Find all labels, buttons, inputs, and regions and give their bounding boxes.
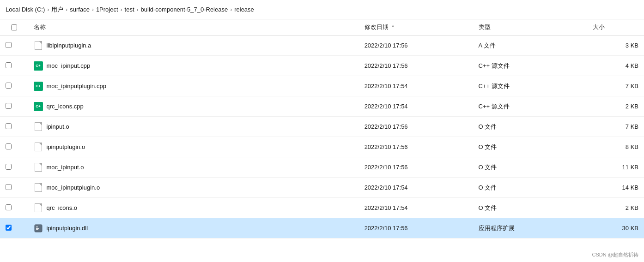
breadcrumb-item-1project[interactable]: 1Project	[96, 6, 118, 13]
file-date: 2022/2/10 17:54	[359, 178, 473, 198]
file-date: 2022/2/10 17:56	[359, 137, 473, 157]
file-name-text: qrc_icons.cpp	[47, 103, 84, 110]
table-header-row: 名称 修改日期 ^ 类型 大小	[0, 19, 644, 36]
file-table: 名称 修改日期 ^ 类型 大小 libipinputplugin.a2022/2…	[0, 19, 644, 238]
generic-file-icon	[34, 183, 43, 192]
select-all-checkbox[interactable]	[11, 24, 17, 30]
breadcrumb-item-build-component[interactable]: build-component-5_7_0-Release	[141, 6, 228, 13]
row-checkbox-cell	[0, 56, 28, 76]
breadcrumb-separator-4: ›	[121, 6, 122, 13]
row-checkbox-cell	[0, 198, 28, 218]
row-checkbox[interactable]	[6, 83, 12, 89]
file-size: 2 KB	[587, 198, 644, 218]
file-name-text: moc_ipinput.o	[47, 164, 84, 171]
file-name-cell: C+moc_ipinput.cpp	[28, 56, 359, 76]
file-type: 应用程序扩展	[473, 218, 587, 238]
file-type: C++ 源文件	[473, 76, 587, 96]
file-size: 3 KB	[587, 36, 644, 56]
breadcrumb-separator-5: ›	[137, 6, 139, 13]
file-name-text: moc_ipinputplugin.o	[47, 184, 100, 191]
sort-arrow-date: ^	[392, 25, 394, 30]
header-checkbox-cell[interactable]	[0, 19, 28, 36]
table-row[interactable]: libipinputplugin.a2022/2/10 17:56A 文件3 K…	[0, 36, 644, 56]
table-row[interactable]: C+moc_ipinputplugin.cpp2022/2/10 17:54C+…	[0, 76, 644, 96]
file-table-container: 名称 修改日期 ^ 类型 大小 libipinputplugin.a2022/2…	[0, 19, 644, 238]
file-type: O 文件	[473, 137, 587, 157]
breadcrumb-item-release[interactable]: release	[234, 6, 254, 13]
file-name-cell: C+moc_ipinputplugin.cpp	[28, 76, 359, 96]
file-date: 2022/2/10 17:54	[359, 96, 473, 117]
file-date: 2022/2/10 17:54	[359, 76, 473, 96]
file-name-cell: moc_ipinput.o	[28, 157, 359, 178]
breadcrumb-item-local-disk[interactable]: Local Disk (C:)	[6, 6, 45, 13]
generic-file-icon	[34, 203, 43, 213]
row-checkbox[interactable]	[6, 204, 12, 210]
file-name-cell: ipinput.o	[28, 117, 359, 137]
file-date: 2022/2/10 17:54	[359, 198, 473, 218]
generic-file-icon	[34, 41, 43, 50]
row-checkbox-cell	[0, 36, 28, 56]
table-row[interactable]: C+qrc_icons.cpp2022/2/10 17:54C++ 源文件2 K…	[0, 96, 644, 117]
file-size: 30 KB	[587, 218, 644, 238]
file-size: 8 KB	[587, 137, 644, 157]
row-checkbox-cell	[0, 96, 28, 117]
breadcrumb-item-users[interactable]: 用户	[51, 6, 63, 14]
row-checkbox[interactable]	[6, 184, 12, 190]
file-name-cell: ipinputplugin.dll	[28, 218, 359, 238]
file-type: O 文件	[473, 117, 587, 137]
file-name-text: moc_ipinputplugin.cpp	[47, 83, 106, 89]
breadcrumb-separator-2: ›	[66, 6, 67, 13]
column-header-size[interactable]: 大小	[587, 19, 644, 36]
file-type: A 文件	[473, 36, 587, 56]
table-row[interactable]: qrc_icons.o2022/2/10 17:54O 文件2 KB	[0, 198, 644, 218]
file-name-text: moc_ipinput.cpp	[47, 62, 91, 69]
breadcrumb-item-surface[interactable]: surface	[70, 6, 90, 13]
row-checkbox[interactable]	[6, 103, 12, 109]
svg-rect-3	[36, 229, 38, 230]
row-checkbox[interactable]	[6, 225, 12, 231]
table-row[interactable]: moc_ipinput.o2022/2/10 17:56O 文件11 KB	[0, 157, 644, 178]
column-header-name[interactable]: 名称	[28, 19, 359, 36]
file-name-text: qrc_icons.o	[47, 204, 77, 211]
file-size: 7 KB	[587, 76, 644, 96]
file-date: 2022/2/10 17:56	[359, 218, 473, 238]
row-checkbox-cell	[0, 218, 28, 238]
table-row[interactable]: C+moc_ipinput.cpp2022/2/10 17:56C++ 源文件4…	[0, 56, 644, 76]
row-checkbox[interactable]	[6, 42, 12, 48]
table-row[interactable]: ipinputplugin.o2022/2/10 17:56O 文件8 KB	[0, 137, 644, 157]
row-checkbox[interactable]	[6, 62, 12, 68]
column-header-date[interactable]: 修改日期 ^	[359, 19, 473, 36]
file-size: 4 KB	[587, 56, 644, 76]
breadcrumb-separator-6: ›	[230, 6, 232, 13]
file-type: O 文件	[473, 178, 587, 198]
breadcrumb-item-test[interactable]: test	[125, 6, 134, 13]
breadcrumb-bar: Local Disk (C:) › 用户 › surface › 1Projec…	[0, 0, 644, 19]
row-checkbox-cell	[0, 76, 28, 96]
row-checkbox-cell	[0, 178, 28, 198]
file-type: C++ 源文件	[473, 96, 587, 117]
row-checkbox[interactable]	[6, 164, 12, 170]
file-size: 11 KB	[587, 157, 644, 178]
watermark: CSDN @超自然祈祷	[592, 251, 638, 258]
generic-file-icon	[34, 143, 43, 152]
file-size: 7 KB	[587, 117, 644, 137]
file-name-cell: ipinputplugin.o	[28, 137, 359, 157]
table-row[interactable]: moc_ipinputplugin.o2022/2/10 17:54O 文件14…	[0, 178, 644, 198]
file-name-text: ipinputplugin.dll	[47, 225, 88, 232]
row-checkbox-cell	[0, 117, 28, 137]
breadcrumb-separator-1: ›	[47, 6, 49, 13]
file-name-text: ipinput.o	[47, 123, 69, 130]
svg-rect-2	[36, 228, 39, 229]
row-checkbox[interactable]	[6, 143, 12, 149]
cpp-file-icon: C+	[34, 82, 43, 91]
generic-file-icon	[34, 122, 43, 131]
table-row[interactable]: ipinput.o2022/2/10 17:56O 文件7 KB	[0, 117, 644, 137]
file-date: 2022/2/10 17:56	[359, 36, 473, 56]
file-date: 2022/2/10 17:56	[359, 56, 473, 76]
row-checkbox[interactable]	[6, 123, 12, 129]
table-row[interactable]: ipinputplugin.dll2022/2/10 17:56应用程序扩展30…	[0, 218, 644, 238]
file-date: 2022/2/10 17:56	[359, 157, 473, 178]
column-header-type[interactable]: 类型	[473, 19, 587, 36]
file-size: 14 KB	[587, 178, 644, 198]
svg-rect-1	[36, 226, 38, 227]
